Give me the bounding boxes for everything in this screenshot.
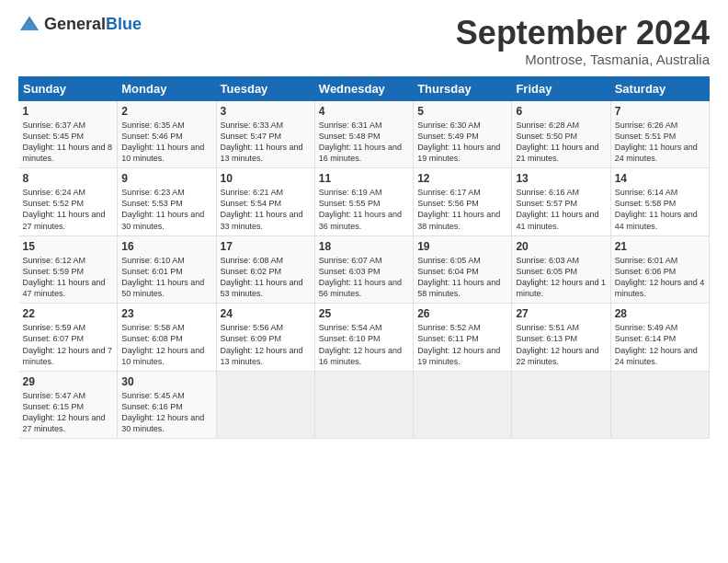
day-number: 2 [121, 105, 211, 118]
day-content: Sunrise: 5:59 AMSunset: 6:07 PMDaylight:… [23, 322, 114, 367]
day-content: Sunrise: 6:35 AMSunset: 5:46 PMDaylight:… [121, 120, 211, 165]
day-cell: 13Sunrise: 6:16 AMSunset: 5:57 PMDayligh… [512, 168, 610, 236]
col-header-tuesday: Tuesday [216, 76, 314, 100]
day-content: Sunrise: 6:14 AMSunset: 5:58 PMDaylight:… [615, 187, 705, 232]
day-number: 21 [615, 240, 705, 253]
month-title: September 2024 [456, 15, 710, 52]
day-cell: 26Sunrise: 5:52 AMSunset: 6:11 PMDayligh… [414, 304, 512, 372]
day-number: 29 [23, 375, 114, 388]
day-number: 9 [121, 172, 211, 185]
day-cell: 25Sunrise: 5:54 AMSunset: 6:10 PMDayligh… [314, 304, 413, 372]
day-number: 4 [319, 105, 409, 118]
day-content: Sunrise: 6:10 AMSunset: 6:01 PMDaylight:… [121, 255, 211, 300]
day-content: Sunrise: 5:45 AMSunset: 6:16 PMDaylight:… [121, 390, 211, 435]
day-cell: 6Sunrise: 6:28 AMSunset: 5:50 PMDaylight… [512, 100, 610, 168]
day-cell: 18Sunrise: 6:07 AMSunset: 6:03 PMDayligh… [314, 236, 413, 304]
day-content: Sunrise: 6:05 AMSunset: 6:04 PMDaylight:… [417, 255, 507, 300]
location-subtitle: Montrose, Tasmania, Australia [456, 52, 710, 67]
header-row: SundayMondayTuesdayWednesdayThursdayFrid… [19, 76, 710, 100]
logo-blue: Blue [106, 16, 142, 32]
day-content: Sunrise: 6:12 AMSunset: 5:59 PMDaylight:… [23, 255, 114, 300]
day-content: Sunrise: 6:17 AMSunset: 5:56 PMDaylight:… [417, 187, 507, 232]
day-cell: 3Sunrise: 6:33 AMSunset: 5:47 PMDaylight… [216, 100, 314, 168]
day-number: 7 [615, 105, 705, 118]
day-cell: 4Sunrise: 6:31 AMSunset: 5:48 PMDaylight… [314, 100, 413, 168]
day-number: 15 [23, 240, 114, 253]
day-number: 12 [417, 172, 507, 185]
col-header-sunday: Sunday [19, 76, 118, 100]
day-content: Sunrise: 5:56 AMSunset: 6:09 PMDaylight:… [221, 322, 311, 367]
day-content: Sunrise: 6:30 AMSunset: 5:49 PMDaylight:… [417, 120, 507, 165]
col-header-saturday: Saturday [610, 76, 709, 100]
day-cell [512, 371, 610, 439]
col-header-monday: Monday [118, 76, 216, 100]
logo-text: GeneralBlue [44, 16, 142, 32]
week-row-4: 22Sunrise: 5:59 AMSunset: 6:07 PMDayligh… [19, 304, 710, 372]
day-cell [216, 371, 314, 439]
day-content: Sunrise: 5:49 AMSunset: 6:14 PMDaylight:… [615, 322, 705, 367]
day-cell [314, 371, 413, 439]
day-cell: 10Sunrise: 6:21 AMSunset: 5:54 PMDayligh… [216, 168, 314, 236]
day-number: 14 [615, 172, 705, 185]
day-number: 25 [319, 307, 409, 320]
day-number: 5 [417, 105, 507, 118]
day-content: Sunrise: 5:51 AMSunset: 6:13 PMDaylight:… [516, 322, 606, 367]
week-row-3: 15Sunrise: 6:12 AMSunset: 5:59 PMDayligh… [19, 236, 710, 304]
day-cell: 12Sunrise: 6:17 AMSunset: 5:56 PMDayligh… [414, 168, 512, 236]
day-number: 13 [516, 172, 606, 185]
logo-icon [18, 15, 40, 33]
day-number: 24 [221, 307, 311, 320]
day-content: Sunrise: 5:47 AMSunset: 6:15 PMDaylight:… [23, 390, 114, 435]
day-content: Sunrise: 6:23 AMSunset: 5:53 PMDaylight:… [121, 187, 211, 232]
day-cell: 14Sunrise: 6:14 AMSunset: 5:58 PMDayligh… [610, 168, 709, 236]
day-number: 6 [516, 105, 606, 118]
day-cell: 22Sunrise: 5:59 AMSunset: 6:07 PMDayligh… [19, 304, 118, 372]
day-content: Sunrise: 6:08 AMSunset: 6:02 PMDaylight:… [221, 255, 311, 300]
calendar-table: SundayMondayTuesdayWednesdayThursdayFrid… [18, 76, 710, 440]
col-header-wednesday: Wednesday [314, 76, 413, 100]
day-cell: 2Sunrise: 6:35 AMSunset: 5:46 PMDaylight… [118, 100, 216, 168]
day-cell: 17Sunrise: 6:08 AMSunset: 6:02 PMDayligh… [216, 236, 314, 304]
day-cell: 11Sunrise: 6:19 AMSunset: 5:55 PMDayligh… [314, 168, 413, 236]
day-number: 3 [221, 105, 311, 118]
day-content: Sunrise: 6:28 AMSunset: 5:50 PMDaylight:… [516, 120, 606, 165]
day-content: Sunrise: 5:54 AMSunset: 6:10 PMDaylight:… [319, 322, 409, 367]
day-cell: 21Sunrise: 6:01 AMSunset: 6:06 PMDayligh… [610, 236, 709, 304]
col-header-friday: Friday [512, 76, 610, 100]
logo-general: General [44, 16, 106, 32]
day-content: Sunrise: 6:01 AMSunset: 6:06 PMDaylight:… [615, 255, 705, 300]
day-cell: 28Sunrise: 5:49 AMSunset: 6:14 PMDayligh… [610, 304, 709, 372]
week-row-5: 29Sunrise: 5:47 AMSunset: 6:15 PMDayligh… [19, 371, 710, 439]
day-content: Sunrise: 6:03 AMSunset: 6:05 PMDaylight:… [516, 255, 606, 300]
day-number: 16 [121, 240, 211, 253]
day-cell [414, 371, 512, 439]
week-row-1: 1Sunrise: 6:37 AMSunset: 5:45 PMDaylight… [19, 100, 710, 168]
title-block: September 2024 Montrose, Tasmania, Austr… [456, 15, 710, 67]
day-number: 23 [121, 307, 211, 320]
day-cell: 15Sunrise: 6:12 AMSunset: 5:59 PMDayligh… [19, 236, 118, 304]
col-header-thursday: Thursday [414, 76, 512, 100]
day-number: 11 [319, 172, 409, 185]
day-cell [610, 371, 709, 439]
day-content: Sunrise: 6:26 AMSunset: 5:51 PMDaylight:… [615, 120, 705, 165]
day-number: 8 [23, 172, 114, 185]
day-content: Sunrise: 6:24 AMSunset: 5:52 PMDaylight:… [23, 187, 114, 232]
day-content: Sunrise: 6:16 AMSunset: 5:57 PMDaylight:… [516, 187, 606, 232]
day-cell: 27Sunrise: 5:51 AMSunset: 6:13 PMDayligh… [512, 304, 610, 372]
day-content: Sunrise: 6:21 AMSunset: 5:54 PMDaylight:… [221, 187, 311, 232]
day-cell: 30Sunrise: 5:45 AMSunset: 6:16 PMDayligh… [118, 371, 216, 439]
day-number: 28 [615, 307, 705, 320]
day-number: 19 [417, 240, 507, 253]
day-content: Sunrise: 6:37 AMSunset: 5:45 PMDaylight:… [23, 120, 114, 165]
day-content: Sunrise: 6:33 AMSunset: 5:47 PMDaylight:… [221, 120, 311, 165]
day-cell: 23Sunrise: 5:58 AMSunset: 6:08 PMDayligh… [118, 304, 216, 372]
day-cell: 7Sunrise: 6:26 AMSunset: 5:51 PMDaylight… [610, 100, 709, 168]
day-cell: 5Sunrise: 6:30 AMSunset: 5:49 PMDaylight… [414, 100, 512, 168]
day-cell: 1Sunrise: 6:37 AMSunset: 5:45 PMDaylight… [19, 100, 118, 168]
day-content: Sunrise: 6:19 AMSunset: 5:55 PMDaylight:… [319, 187, 409, 232]
logo: GeneralBlue [18, 15, 142, 33]
day-number: 26 [417, 307, 507, 320]
day-content: Sunrise: 5:58 AMSunset: 6:08 PMDaylight:… [121, 322, 211, 367]
day-number: 17 [221, 240, 311, 253]
day-number: 30 [121, 375, 211, 388]
